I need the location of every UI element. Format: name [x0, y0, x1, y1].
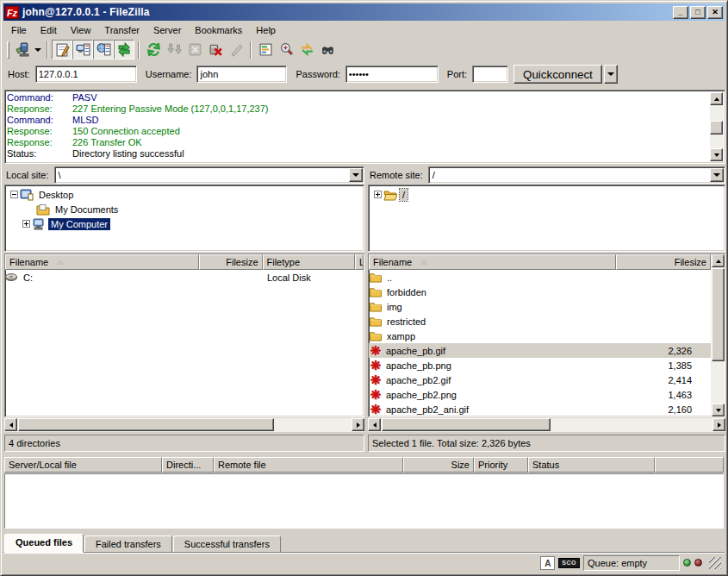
username-input[interactable] [196, 66, 287, 83]
remote-file-row[interactable]: ❋ apache_pb2_ani.gif 2,160 [369, 402, 711, 416]
host-input[interactable] [35, 66, 137, 83]
toggle-remote-tree-button[interactable] [93, 40, 114, 59]
column-label: Directi... [166, 460, 201, 470]
menu-server[interactable]: Server [146, 23, 188, 37]
close-button[interactable]: ✕ [707, 6, 723, 19]
tree-item-desktop[interactable]: Desktop [7, 187, 362, 202]
local-tree: Desktop My Documents My Computer [4, 185, 364, 252]
column-header-filetype[interactable]: Filetype [263, 254, 355, 270]
filter-button[interactable] [255, 40, 276, 59]
scrollbar-thumb[interactable] [382, 418, 551, 431]
toggle-message-log-button[interactable] [52, 40, 72, 59]
column-header-priority[interactable]: Priority [474, 457, 528, 473]
menu-edit[interactable]: Edit [34, 23, 64, 37]
tree-item-my-computer[interactable]: My Computer [7, 216, 362, 231]
remote-file-row[interactable]: ❋ apache_pb2.gif 2,414 [369, 373, 711, 387]
tab-queued-files[interactable]: Queued files [4, 534, 84, 553]
column-header-status[interactable]: Status [528, 457, 655, 473]
file-size: 1,385 [627, 360, 692, 371]
local-site-combobox[interactable]: \ [54, 166, 364, 184]
maximize-button[interactable]: □ [690, 6, 706, 19]
remote-file-row[interactable]: xampp [369, 329, 711, 343]
log-scrollbar[interactable] [710, 92, 723, 161]
menu-file[interactable]: File [4, 23, 34, 37]
site-manager-button[interactable] [12, 40, 33, 59]
scrollbar-thumb[interactable] [18, 418, 274, 431]
file-name: C: [22, 272, 33, 283]
tree-item-my-documents[interactable]: My Documents [7, 202, 362, 216]
column-header-filename[interactable]: Filename [369, 254, 616, 270]
expand-icon[interactable] [374, 191, 382, 198]
scroll-left-button[interactable] [4, 418, 17, 431]
scrollbar-thumb[interactable] [712, 268, 725, 361]
reconnect-button[interactable] [226, 40, 246, 59]
scroll-down-button[interactable] [712, 404, 725, 416]
column-header-direction[interactable]: Directi... [162, 457, 214, 473]
toggle-local-tree-button[interactable] [72, 40, 93, 59]
remote-list-scrollbar[interactable] [711, 254, 725, 416]
process-queue-button[interactable] [164, 40, 184, 59]
menu-transfer[interactable]: Transfer [97, 23, 146, 37]
column-header-filename[interactable]: Filename [5, 254, 199, 270]
column-header-filesize[interactable]: Filesize [616, 254, 711, 270]
remote-file-row[interactable]: restricted [369, 314, 711, 329]
column-header-size[interactable]: Size [403, 457, 474, 473]
remote-site-dropdown-button[interactable] [710, 168, 724, 182]
scroll-up-button[interactable] [710, 92, 723, 105]
disconnect-button[interactable] [205, 40, 226, 59]
cancel-button[interactable] [184, 40, 205, 59]
tab-successful-transfers[interactable]: Successful transfers [173, 535, 281, 553]
column-header-empty[interactable] [655, 457, 724, 473]
column-header-filesize[interactable]: Filesize [199, 254, 263, 270]
quickconnect-button[interactable]: Quickconnect [513, 65, 602, 84]
remote-file-row[interactable]: ❋ apache_pb.png 1,385 [369, 358, 711, 373]
remote-site-combobox[interactable]: / [428, 166, 725, 184]
scroll-right-button[interactable] [712, 418, 725, 431]
scroll-down-button[interactable] [710, 148, 723, 161]
speed-limit-indicator-icon[interactable]: SCO [558, 558, 580, 568]
scroll-up-button[interactable] [712, 254, 725, 267]
data-type-indicator-icon[interactable]: A [540, 556, 555, 570]
titlebar[interactable]: Fz john@127.0.0.1 - FileZilla _ □ ✕ [3, 3, 725, 21]
queue-body[interactable] [4, 473, 724, 529]
quickconnect-dropdown[interactable] [604, 65, 618, 84]
synchronized-browsing-icon [300, 42, 314, 57]
tree-item-root[interactable]: / [370, 187, 723, 202]
remote-file-row[interactable]: img [369, 299, 711, 314]
synchronized-browsing-button[interactable] [296, 40, 317, 59]
find-files-button[interactable] [317, 40, 338, 59]
activity-indicator-green-icon [683, 559, 691, 567]
menu-view[interactable]: View [64, 23, 98, 37]
toolbar-grip[interactable] [7, 41, 9, 59]
tab-failed-transfers[interactable]: Failed transfers [84, 535, 172, 553]
resize-grip[interactable] [709, 557, 721, 569]
column-header-remote-file[interactable]: Remote file [214, 457, 403, 473]
remote-file-row[interactable]: .. [369, 270, 711, 285]
remote-file-row[interactable]: forbidden [369, 285, 711, 299]
password-input[interactable] [345, 66, 439, 83]
minimize-button[interactable]: _ [673, 6, 688, 19]
file-type: Local Disk [267, 272, 311, 283]
remote-file-row[interactable]: ❋ apache_pb2.png 1,463 [369, 387, 711, 402]
scroll-left-button[interactable] [368, 418, 381, 431]
expand-icon[interactable] [22, 220, 30, 228]
column-header-last-modified[interactable]: L [355, 254, 364, 270]
collapse-icon[interactable] [10, 191, 18, 198]
menu-bookmarks[interactable]: Bookmarks [188, 23, 249, 37]
port-label: Port: [447, 69, 467, 79]
column-header-server-local-file[interactable]: Server/Local file [4, 457, 162, 473]
toolbar-separator [47, 41, 48, 59]
menu-help[interactable]: Help [249, 23, 283, 37]
scroll-right-button[interactable] [352, 418, 364, 431]
port-input[interactable] [472, 66, 508, 83]
refresh-button[interactable] [143, 40, 164, 59]
directory-comparison-button[interactable] [276, 40, 296, 59]
remote-file-row-selected[interactable]: ❋ apache_pb.gif 2,326 [369, 343, 711, 358]
local-site-dropdown-button[interactable] [349, 168, 363, 182]
local-list-hscrollbar[interactable] [4, 418, 364, 432]
toggle-transfer-queue-button[interactable] [114, 40, 134, 59]
local-file-row[interactable]: C: Local Disk [5, 270, 364, 285]
remote-list-hscrollbar[interactable] [368, 418, 725, 432]
site-manager-dropdown[interactable] [33, 40, 43, 59]
scrollbar-thumb[interactable] [710, 121, 723, 135]
